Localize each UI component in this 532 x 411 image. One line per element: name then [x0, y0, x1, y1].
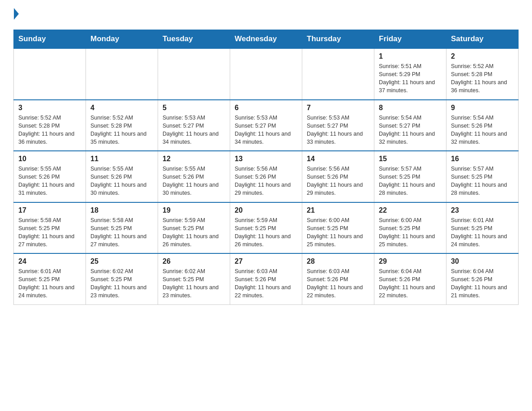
day-info: Sunrise: 5:57 AM Sunset: 5:25 PM Dayligh…	[451, 165, 514, 197]
day-info: Sunrise: 6:00 AM Sunset: 5:25 PM Dayligh…	[307, 216, 369, 249]
day-info: Sunrise: 5:55 AM Sunset: 5:26 PM Dayligh…	[163, 165, 225, 197]
day-number: 9	[451, 104, 514, 112]
day-info: Sunrise: 5:52 AM Sunset: 5:28 PM Dayligh…	[90, 114, 153, 146]
calendar-cell: 19Sunrise: 5:59 AM Sunset: 5:25 PM Dayli…	[158, 202, 230, 254]
day-number: 6	[235, 104, 297, 112]
calendar-cell: 3Sunrise: 5:52 AM Sunset: 5:28 PM Daylig…	[14, 100, 86, 151]
calendar-cell: 20Sunrise: 5:59 AM Sunset: 5:25 PM Dayli…	[230, 202, 302, 254]
day-number: 8	[379, 104, 442, 112]
calendar-header-thursday: Thursday	[302, 30, 374, 49]
day-info: Sunrise: 5:53 AM Sunset: 5:27 PM Dayligh…	[235, 114, 297, 146]
day-info: Sunrise: 5:53 AM Sunset: 5:27 PM Dayligh…	[307, 114, 369, 146]
calendar-cell: 22Sunrise: 6:00 AM Sunset: 5:25 PM Dayli…	[374, 202, 446, 254]
day-number: 14	[307, 155, 369, 163]
day-info: Sunrise: 6:01 AM Sunset: 5:25 PM Dayligh…	[18, 267, 81, 300]
day-number: 11	[90, 155, 153, 163]
calendar-cell	[14, 48, 86, 100]
calendar-cell: 12Sunrise: 5:55 AM Sunset: 5:26 PM Dayli…	[158, 151, 230, 202]
calendar-cell: 29Sunrise: 6:04 AM Sunset: 5:26 PM Dayli…	[374, 253, 446, 304]
calendar-header-saturday: Saturday	[446, 30, 519, 49]
day-number: 5	[163, 104, 225, 112]
day-info: Sunrise: 5:52 AM Sunset: 5:28 PM Dayligh…	[451, 62, 514, 95]
day-number: 23	[451, 206, 514, 214]
calendar-cell	[230, 48, 302, 100]
calendar-cell: 13Sunrise: 5:56 AM Sunset: 5:26 PM Dayli…	[230, 151, 302, 202]
day-number: 21	[307, 206, 369, 214]
day-info: Sunrise: 5:59 AM Sunset: 5:25 PM Dayligh…	[235, 216, 297, 249]
day-info: Sunrise: 5:52 AM Sunset: 5:28 PM Dayligh…	[18, 114, 81, 146]
calendar-cell: 17Sunrise: 5:58 AM Sunset: 5:25 PM Dayli…	[14, 202, 86, 254]
day-info: Sunrise: 5:56 AM Sunset: 5:26 PM Dayligh…	[235, 165, 297, 197]
week-row-5: 24Sunrise: 6:01 AM Sunset: 5:25 PM Dayli…	[14, 253, 519, 304]
calendar-header-friday: Friday	[374, 30, 446, 49]
calendar-cell: 8Sunrise: 5:54 AM Sunset: 5:27 PM Daylig…	[374, 100, 446, 151]
calendar-cell: 9Sunrise: 5:54 AM Sunset: 5:26 PM Daylig…	[446, 100, 519, 151]
day-number: 22	[379, 206, 442, 214]
day-info: Sunrise: 6:04 AM Sunset: 5:26 PM Dayligh…	[379, 267, 442, 300]
day-info: Sunrise: 5:58 AM Sunset: 5:25 PM Dayligh…	[90, 216, 153, 249]
day-info: Sunrise: 6:00 AM Sunset: 5:25 PM Dayligh…	[379, 216, 442, 249]
calendar-cell: 18Sunrise: 5:58 AM Sunset: 5:25 PM Dayli…	[86, 202, 158, 254]
day-info: Sunrise: 5:53 AM Sunset: 5:27 PM Dayligh…	[163, 114, 225, 146]
calendar-cell: 16Sunrise: 5:57 AM Sunset: 5:25 PM Dayli…	[446, 151, 519, 202]
calendar-cell	[86, 48, 158, 100]
calendar-cell: 30Sunrise: 6:04 AM Sunset: 5:26 PM Dayli…	[446, 253, 519, 304]
calendar-cell: 7Sunrise: 5:53 AM Sunset: 5:27 PM Daylig…	[302, 100, 374, 151]
calendar-cell: 15Sunrise: 5:57 AM Sunset: 5:25 PM Dayli…	[374, 151, 446, 202]
day-number: 18	[90, 206, 153, 214]
calendar-table: SundayMondayTuesdayWednesdayThursdayFrid…	[13, 30, 519, 305]
day-number: 17	[18, 206, 81, 214]
day-number: 16	[451, 155, 514, 163]
day-number: 25	[90, 257, 153, 265]
calendar-cell: 24Sunrise: 6:01 AM Sunset: 5:25 PM Dayli…	[14, 253, 86, 304]
calendar-cell: 2Sunrise: 5:52 AM Sunset: 5:28 PM Daylig…	[446, 48, 519, 100]
day-number: 28	[307, 257, 369, 265]
day-info: Sunrise: 5:55 AM Sunset: 5:26 PM Dayligh…	[18, 165, 81, 197]
logo	[13, 9, 19, 21]
calendar-cell: 14Sunrise: 5:56 AM Sunset: 5:26 PM Dayli…	[302, 151, 374, 202]
week-row-3: 10Sunrise: 5:55 AM Sunset: 5:26 PM Dayli…	[14, 151, 519, 202]
calendar-cell: 28Sunrise: 6:03 AM Sunset: 5:26 PM Dayli…	[302, 253, 374, 304]
day-number: 15	[379, 155, 442, 163]
day-info: Sunrise: 6:03 AM Sunset: 5:26 PM Dayligh…	[307, 267, 369, 300]
week-row-1: 1Sunrise: 5:51 AM Sunset: 5:29 PM Daylig…	[14, 48, 519, 100]
day-number: 24	[18, 257, 81, 265]
calendar-cell: 4Sunrise: 5:52 AM Sunset: 5:28 PM Daylig…	[86, 100, 158, 151]
calendar-cell: 11Sunrise: 5:55 AM Sunset: 5:26 PM Dayli…	[86, 151, 158, 202]
day-info: Sunrise: 6:02 AM Sunset: 5:25 PM Dayligh…	[90, 267, 153, 300]
calendar-header-row: SundayMondayTuesdayWednesdayThursdayFrid…	[14, 30, 519, 49]
day-info: Sunrise: 6:03 AM Sunset: 5:26 PM Dayligh…	[235, 267, 297, 300]
day-info: Sunrise: 6:01 AM Sunset: 5:25 PM Dayligh…	[451, 216, 514, 249]
calendar-cell: 26Sunrise: 6:02 AM Sunset: 5:25 PM Dayli…	[158, 253, 230, 304]
calendar-cell: 27Sunrise: 6:03 AM Sunset: 5:26 PM Dayli…	[230, 253, 302, 304]
calendar-header-sunday: Sunday	[14, 30, 86, 49]
day-number: 3	[18, 104, 81, 112]
page-header	[13, 9, 519, 21]
day-number: 29	[379, 257, 442, 265]
day-info: Sunrise: 5:56 AM Sunset: 5:26 PM Dayligh…	[307, 165, 369, 197]
calendar-cell: 1Sunrise: 5:51 AM Sunset: 5:29 PM Daylig…	[374, 48, 446, 100]
day-number: 12	[163, 155, 225, 163]
day-info: Sunrise: 5:59 AM Sunset: 5:25 PM Dayligh…	[163, 216, 225, 249]
calendar-cell: 21Sunrise: 6:00 AM Sunset: 5:25 PM Dayli…	[302, 202, 374, 254]
week-row-4: 17Sunrise: 5:58 AM Sunset: 5:25 PM Dayli…	[14, 202, 519, 254]
day-number: 1	[379, 52, 442, 60]
day-info: Sunrise: 5:51 AM Sunset: 5:29 PM Dayligh…	[379, 62, 442, 95]
day-number: 26	[163, 257, 225, 265]
day-info: Sunrise: 6:02 AM Sunset: 5:25 PM Dayligh…	[163, 267, 225, 300]
calendar-cell	[158, 48, 230, 100]
day-info: Sunrise: 5:58 AM Sunset: 5:25 PM Dayligh…	[18, 216, 81, 249]
calendar-header-monday: Monday	[86, 30, 158, 49]
logo-triangle-icon	[14, 8, 19, 20]
day-info: Sunrise: 5:57 AM Sunset: 5:25 PM Dayligh…	[379, 165, 442, 197]
day-number: 30	[451, 257, 514, 265]
calendar-cell: 10Sunrise: 5:55 AM Sunset: 5:26 PM Dayli…	[14, 151, 86, 202]
calendar-cell: 23Sunrise: 6:01 AM Sunset: 5:25 PM Dayli…	[446, 202, 519, 254]
day-number: 2	[451, 52, 514, 60]
day-number: 20	[235, 206, 297, 214]
day-number: 7	[307, 104, 369, 112]
day-info: Sunrise: 5:55 AM Sunset: 5:26 PM Dayligh…	[90, 165, 153, 197]
day-number: 19	[163, 206, 225, 214]
day-number: 4	[90, 104, 153, 112]
day-number: 27	[235, 257, 297, 265]
